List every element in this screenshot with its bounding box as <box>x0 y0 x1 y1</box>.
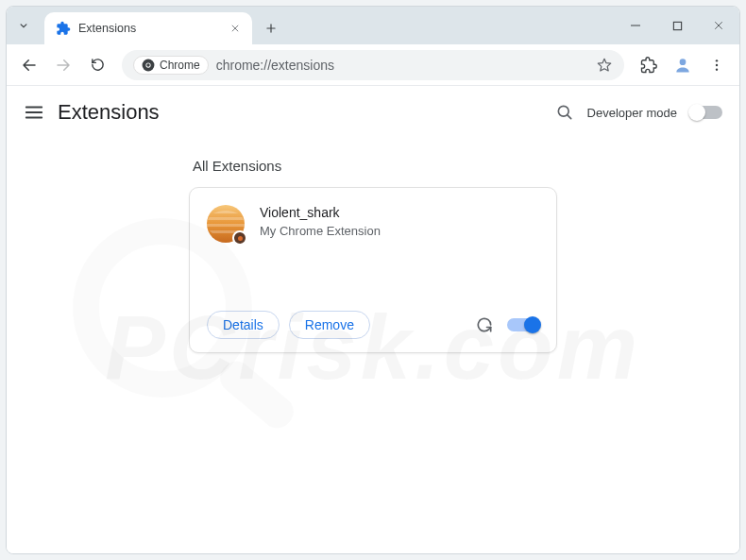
omnibox[interactable]: Chrome chrome://extensions <box>122 50 624 80</box>
extension-name: Violent_shark <box>260 205 381 220</box>
svg-point-4 <box>680 59 687 65</box>
close-tab-icon[interactable] <box>228 21 243 36</box>
puzzle-piece-icon <box>56 21 71 36</box>
back-button[interactable] <box>14 50 44 80</box>
details-button[interactable]: Details <box>207 311 280 339</box>
extension-icon <box>207 205 245 243</box>
extension-description: My Chrome Extension <box>260 224 381 238</box>
toolbar: Chrome chrome://extensions <box>7 44 739 86</box>
hamburger-menu-icon[interactable] <box>24 102 44 123</box>
reload-button[interactable] <box>82 50 112 80</box>
page-content: PCrisk.com Extensions Developer mode All… <box>7 86 739 553</box>
new-tab-button[interactable] <box>258 15 284 42</box>
close-window-button[interactable] <box>698 7 739 44</box>
svg-point-6 <box>716 63 718 65</box>
header-actions: Developer mode <box>555 103 722 122</box>
svg-point-5 <box>716 59 718 61</box>
bookmark-star-icon[interactable] <box>596 57 613 74</box>
devmode-label: Developer mode <box>587 106 677 120</box>
search-icon[interactable] <box>555 103 574 122</box>
svg-point-3 <box>146 63 150 67</box>
svg-point-7 <box>716 68 718 70</box>
section-label: All Extensions <box>189 158 557 174</box>
page-header: Extensions Developer mode <box>7 86 739 139</box>
extensions-content: All Extensions Violent_shark My Chrome E… <box>7 139 739 372</box>
menu-icon[interactable] <box>702 50 732 80</box>
maximize-button[interactable] <box>656 7 698 44</box>
tab-search-dropdown-icon[interactable] <box>7 7 41 44</box>
titlebar: Extensions <box>7 7 739 44</box>
devmode-toggle[interactable] <box>690 106 722 119</box>
url-text: chrome://extensions <box>216 58 588 73</box>
extension-enable-toggle[interactable] <box>507 318 539 331</box>
chrome-chip: Chrome <box>133 56 209 75</box>
minimize-button[interactable] <box>615 7 656 44</box>
remove-button[interactable]: Remove <box>289 311 370 339</box>
svg-rect-0 <box>673 22 681 29</box>
browser-tab[interactable]: Extensions <box>44 12 252 44</box>
extensions-icon[interactable] <box>634 50 664 80</box>
profile-avatar-icon[interactable] <box>668 50 698 80</box>
window-controls <box>615 7 739 44</box>
chip-label: Chrome <box>160 59 200 72</box>
reload-extension-icon[interactable] <box>475 315 494 334</box>
forward-button[interactable] <box>48 50 78 80</box>
page-title: Extensions <box>58 100 160 125</box>
tab-title: Extensions <box>78 22 220 35</box>
browser-window: Extensions Chrome chrome://extensions <box>6 6 740 554</box>
chrome-icon <box>142 59 155 72</box>
extension-card: Violent_shark My Chrome Extension Detail… <box>189 187 557 353</box>
extension-badge-icon <box>232 230 247 246</box>
